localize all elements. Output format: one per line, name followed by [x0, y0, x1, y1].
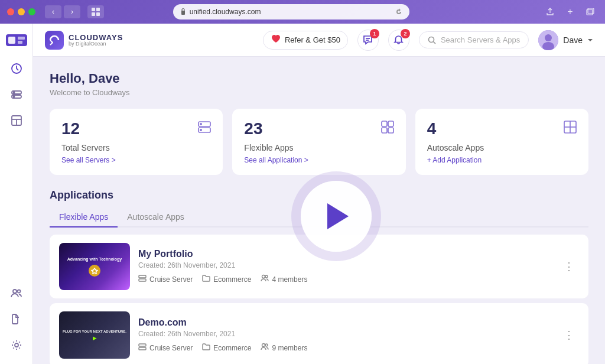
app-menu-demo[interactable]: ⋮: [559, 326, 579, 344]
page-title: Hello, Dave: [50, 71, 588, 86]
sidebar: [0, 24, 33, 364]
autoscale-icon: [562, 119, 578, 138]
browser-nav: ‹ ›: [45, 5, 80, 18]
browser-actions: +: [542, 5, 598, 18]
maximize-button[interactable]: [28, 8, 35, 15]
svg-rect-45: [139, 344, 146, 346]
back-button[interactable]: ‹: [45, 5, 61, 18]
svg-rect-10: [18, 41, 22, 44]
app-thumbnail-demo: PLUG FOR YOUR NEXT ADVENTURE. ▶: [59, 311, 130, 359]
search-box[interactable]: Search Servers & Apps: [419, 31, 529, 48]
bell-badge: 2: [401, 29, 410, 38]
stats-row: 12 Total Servers See all Servers >: [50, 109, 588, 175]
app-type-portfolio: Ecommerce: [202, 274, 251, 284]
server-meta-icon-2: [138, 343, 147, 353]
stat-link-autoscale[interactable]: + Add Application: [427, 156, 577, 164]
search-placeholder: Search Servers & Apps: [441, 35, 520, 44]
sidebar-bottom: [5, 281, 28, 357]
svg-rect-1: [96, 8, 100, 11]
app-server-portfolio: Cruise Server: [138, 274, 193, 284]
svg-point-44: [265, 275, 268, 278]
user-name: Dave: [563, 35, 583, 45]
chat-button[interactable]: 1: [357, 30, 379, 51]
app-created-portfolio: Created: 26th November, 2021: [138, 261, 551, 269]
svg-point-19: [13, 290, 17, 293]
stat-link-servers[interactable]: See all Servers >: [61, 156, 211, 164]
svg-rect-6: [588, 8, 594, 14]
stat-card-servers[interactable]: 12 Total Servers See all Servers >: [50, 109, 223, 175]
sidebar-item-servers[interactable]: [5, 83, 28, 106]
main-layout: CLOUDWAYS by DigitalOcean Refer & Get $5…: [33, 24, 605, 364]
folder-meta-icon-2: [202, 343, 210, 353]
address-bar[interactable]: unified.cloudways.com: [173, 4, 409, 20]
svg-rect-41: [139, 275, 146, 278]
header: CLOUDWAYS by DigitalOcean Refer & Get $5…: [33, 24, 605, 57]
forward-button[interactable]: ›: [64, 5, 80, 18]
logo-icon: [45, 31, 64, 50]
app-members-demo: 9 members: [261, 343, 307, 353]
share-icon[interactable]: [542, 5, 558, 18]
window-icon[interactable]: [583, 5, 598, 18]
svg-point-48: [265, 344, 268, 346]
new-tab-icon[interactable]: +: [562, 5, 578, 18]
svg-point-47: [262, 344, 265, 347]
svg-marker-40: [92, 268, 97, 274]
thumb-text-portfolio: Advancing with Technology: [67, 256, 122, 262]
members-meta-icon-2: [261, 343, 269, 353]
svg-line-25: [433, 41, 435, 44]
app-meta-portfolio: Cruise Server Ecommerce: [138, 274, 551, 284]
svg-rect-35: [388, 128, 393, 133]
app-server-demo: Cruise Server: [138, 343, 193, 353]
logo-name: CLOUDWAYS: [69, 34, 123, 41]
main-content: Hello, Dave Welcome to Cloudways 12: [33, 57, 605, 364]
video-play-button[interactable]: [301, 181, 372, 252]
sidebar-item-settings[interactable]: [5, 333, 28, 357]
stat-card-apps[interactable]: 23 Flexible Apps See all Application >: [232, 109, 405, 175]
svg-point-43: [262, 275, 265, 278]
avatar: [538, 30, 558, 50]
url-text: unified.cloudways.com: [190, 8, 261, 16]
refer-button[interactable]: Refer & Get $50: [263, 31, 348, 50]
tab-autoscale-apps[interactable]: Autoscale Apps: [118, 207, 194, 228]
app-meta-demo: Cruise Server Ecommerce: [138, 343, 551, 353]
sidebar-item-activity[interactable]: [5, 57, 28, 80]
server-meta-icon: [138, 274, 147, 284]
apps-icon: [380, 119, 395, 138]
tab-grid-icon[interactable]: [87, 5, 104, 18]
svg-rect-9: [18, 37, 25, 40]
app-list: Advancing with Technology My Portfolio C…: [50, 235, 588, 364]
app-menu-portfolio[interactable]: ⋮: [559, 258, 579, 275]
svg-point-32: [200, 129, 201, 131]
svg-rect-36: [382, 128, 387, 133]
stat-card-autoscale[interactable]: 4 Autoscale Apps + Add Application: [415, 109, 588, 175]
app-members-portfolio: 4 members: [261, 274, 307, 284]
sidebar-item-files[interactable]: [5, 307, 28, 331]
stat-number-servers: 12: [61, 119, 211, 138]
svg-rect-34: [388, 121, 393, 126]
svg-rect-42: [139, 279, 146, 281]
svg-point-31: [200, 124, 201, 125]
reload-icon[interactable]: [395, 8, 402, 15]
heart-icon: [271, 34, 281, 46]
app-created-demo: Created: 26th November, 2021: [138, 330, 551, 338]
sidebar-item-layout[interactable]: [5, 109, 28, 132]
svg-point-27: [545, 34, 552, 41]
user-menu[interactable]: Dave: [538, 30, 593, 50]
browser-chrome: ‹ › unified.cloudways.com +: [0, 0, 605, 24]
tab-flexible-apps[interactable]: Flexible Apps: [50, 207, 118, 228]
close-button[interactable]: [7, 8, 14, 15]
svg-rect-8: [8, 37, 15, 44]
minimize-button[interactable]: [18, 8, 25, 15]
app-card-demo[interactable]: PLUG FOR YOUR NEXT ADVENTURE. ▶ Demo.com…: [50, 303, 588, 364]
notifications-button[interactable]: 2: [388, 30, 409, 51]
svg-rect-46: [139, 347, 146, 350]
app-info-demo: Demo.com Created: 26th November, 2021 Cr…: [138, 317, 551, 353]
stat-number-apps: 23: [244, 119, 393, 138]
svg-rect-3: [96, 12, 100, 16]
stat-number-autoscale: 4: [427, 119, 577, 138]
sidebar-item-team[interactable]: [5, 281, 28, 305]
stat-link-apps[interactable]: See all Application >: [244, 156, 393, 164]
folder-meta-icon: [202, 274, 210, 284]
search-icon: [428, 36, 436, 44]
lock-icon: [180, 8, 186, 16]
